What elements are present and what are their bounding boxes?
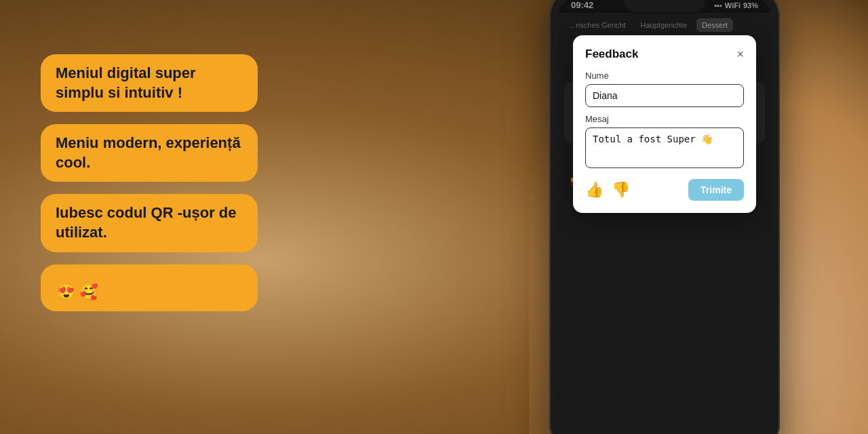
bubble-3-text: Iubesc codul QR -ușor de utilizat.	[56, 204, 236, 241]
feedback-modal: Feedback × Nume Mesaj Totul a fost Super…	[573, 35, 756, 213]
phone-wrapper: 09:42 ▪▪▪ WiFi 93% ...risches Gericht Ha…	[549, 0, 780, 434]
bubble-3: Iubesc codul QR -ușor de utilizat.	[41, 194, 258, 252]
bubble-2-text: Meniu modern, experiență cool.	[56, 134, 241, 171]
thumbs-down-icon[interactable]: 👎	[612, 181, 630, 199]
speech-bubbles-container: Meniul digital super simplu si intuitiv …	[41, 54, 258, 311]
bubble-4: 😍 🥰	[41, 264, 258, 311]
phone-screen: 09:42 ▪▪▪ WiFi 93% ...risches Gericht Ha…	[557, 0, 772, 434]
phone-frame: 09:42 ▪▪▪ WiFi 93% ...risches Gericht Ha…	[549, 0, 780, 434]
modal-close-button[interactable]: ×	[736, 48, 744, 60]
name-input[interactable]	[585, 84, 744, 107]
modal-footer: 👍 👎 Trimite	[585, 179, 744, 201]
bubble-1: Meniul digital super simplu si intuitiv …	[41, 54, 258, 112]
modal-overlay: Feedback × Nume Mesaj Totul a fost Super…	[557, 0, 772, 434]
bubble-4-text: 😍 🥰	[57, 283, 98, 300]
bubble-1-text: Meniul digital super simplu si intuitiv …	[56, 64, 196, 101]
name-label: Nume	[585, 71, 744, 81]
submit-button[interactable]: Trimite	[688, 179, 744, 201]
modal-title: Feedback	[585, 47, 638, 61]
thumbs-up-icon[interactable]: 👍	[585, 181, 604, 199]
phone-notch	[624, 0, 705, 12]
message-label: Mesaj	[585, 114, 744, 124]
thumb-icons: 👍 👎	[585, 181, 630, 199]
bubble-2: Meniu modern, experiență cool.	[41, 124, 258, 182]
message-textarea[interactable]: Totul a fost Super 👋	[585, 127, 744, 168]
modal-header: Feedback ×	[585, 47, 744, 61]
